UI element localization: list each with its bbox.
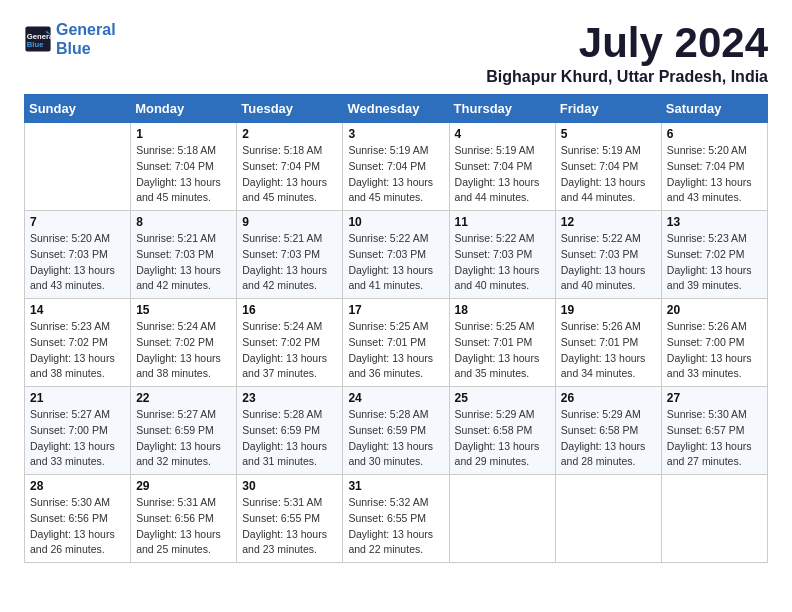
- day-info: Sunrise: 5:25 AM Sunset: 7:01 PM Dayligh…: [455, 319, 550, 382]
- calendar-cell: [25, 123, 131, 211]
- calendar-cell: 2Sunrise: 5:18 AM Sunset: 7:04 PM Daylig…: [237, 123, 343, 211]
- calendar-cell: 18Sunrise: 5:25 AM Sunset: 7:01 PM Dayli…: [449, 299, 555, 387]
- day-info: Sunrise: 5:22 AM Sunset: 7:03 PM Dayligh…: [561, 231, 656, 294]
- day-info: Sunrise: 5:27 AM Sunset: 6:59 PM Dayligh…: [136, 407, 231, 470]
- calendar-cell: 31Sunrise: 5:32 AM Sunset: 6:55 PM Dayli…: [343, 475, 449, 563]
- calendar-cell: 23Sunrise: 5:28 AM Sunset: 6:59 PM Dayli…: [237, 387, 343, 475]
- day-number: 4: [455, 127, 550, 141]
- day-number: 3: [348, 127, 443, 141]
- calendar-week-row: 21Sunrise: 5:27 AM Sunset: 7:00 PM Dayli…: [25, 387, 768, 475]
- day-number: 16: [242, 303, 337, 317]
- calendar-cell: 30Sunrise: 5:31 AM Sunset: 6:55 PM Dayli…: [237, 475, 343, 563]
- day-number: 11: [455, 215, 550, 229]
- calendar-cell: 13Sunrise: 5:23 AM Sunset: 7:02 PM Dayli…: [661, 211, 767, 299]
- day-number: 20: [667, 303, 762, 317]
- day-info: Sunrise: 5:28 AM Sunset: 6:59 PM Dayligh…: [242, 407, 337, 470]
- day-info: Sunrise: 5:29 AM Sunset: 6:58 PM Dayligh…: [455, 407, 550, 470]
- day-number: 19: [561, 303, 656, 317]
- day-number: 23: [242, 391, 337, 405]
- calendar-cell: 21Sunrise: 5:27 AM Sunset: 7:00 PM Dayli…: [25, 387, 131, 475]
- day-number: 22: [136, 391, 231, 405]
- day-info: Sunrise: 5:31 AM Sunset: 6:55 PM Dayligh…: [242, 495, 337, 558]
- calendar-cell: [661, 475, 767, 563]
- logo-text: General Blue: [56, 20, 116, 58]
- day-info: Sunrise: 5:20 AM Sunset: 7:04 PM Dayligh…: [667, 143, 762, 206]
- calendar-cell: [555, 475, 661, 563]
- calendar-cell: 26Sunrise: 5:29 AM Sunset: 6:58 PM Dayli…: [555, 387, 661, 475]
- calendar-header-row: SundayMondayTuesdayWednesdayThursdayFrid…: [25, 95, 768, 123]
- calendar-week-row: 14Sunrise: 5:23 AM Sunset: 7:02 PM Dayli…: [25, 299, 768, 387]
- calendar-cell: 29Sunrise: 5:31 AM Sunset: 6:56 PM Dayli…: [131, 475, 237, 563]
- month-title: July 2024: [486, 20, 768, 66]
- day-number: 28: [30, 479, 125, 493]
- day-number: 8: [136, 215, 231, 229]
- header-cell-monday: Monday: [131, 95, 237, 123]
- day-info: Sunrise: 5:21 AM Sunset: 7:03 PM Dayligh…: [242, 231, 337, 294]
- day-number: 30: [242, 479, 337, 493]
- calendar-cell: 22Sunrise: 5:27 AM Sunset: 6:59 PM Dayli…: [131, 387, 237, 475]
- day-number: 25: [455, 391, 550, 405]
- calendar-cell: 12Sunrise: 5:22 AM Sunset: 7:03 PM Dayli…: [555, 211, 661, 299]
- calendar-cell: 9Sunrise: 5:21 AM Sunset: 7:03 PM Daylig…: [237, 211, 343, 299]
- day-number: 10: [348, 215, 443, 229]
- calendar-cell: 28Sunrise: 5:30 AM Sunset: 6:56 PM Dayli…: [25, 475, 131, 563]
- calendar-cell: 15Sunrise: 5:24 AM Sunset: 7:02 PM Dayli…: [131, 299, 237, 387]
- calendar-cell: 27Sunrise: 5:30 AM Sunset: 6:57 PM Dayli…: [661, 387, 767, 475]
- day-number: 12: [561, 215, 656, 229]
- day-info: Sunrise: 5:26 AM Sunset: 7:01 PM Dayligh…: [561, 319, 656, 382]
- day-info: Sunrise: 5:19 AM Sunset: 7:04 PM Dayligh…: [561, 143, 656, 206]
- header-cell-tuesday: Tuesday: [237, 95, 343, 123]
- day-number: 27: [667, 391, 762, 405]
- calendar-cell: 19Sunrise: 5:26 AM Sunset: 7:01 PM Dayli…: [555, 299, 661, 387]
- calendar-cell: 20Sunrise: 5:26 AM Sunset: 7:00 PM Dayli…: [661, 299, 767, 387]
- header: General Blue General Blue July 2024 Bigh…: [24, 20, 768, 86]
- day-info: Sunrise: 5:24 AM Sunset: 7:02 PM Dayligh…: [136, 319, 231, 382]
- calendar-cell: 3Sunrise: 5:19 AM Sunset: 7:04 PM Daylig…: [343, 123, 449, 211]
- day-number: 26: [561, 391, 656, 405]
- calendar-cell: 6Sunrise: 5:20 AM Sunset: 7:04 PM Daylig…: [661, 123, 767, 211]
- day-info: Sunrise: 5:27 AM Sunset: 7:00 PM Dayligh…: [30, 407, 125, 470]
- calendar-table: SundayMondayTuesdayWednesdayThursdayFrid…: [24, 94, 768, 563]
- day-info: Sunrise: 5:29 AM Sunset: 6:58 PM Dayligh…: [561, 407, 656, 470]
- day-info: Sunrise: 5:18 AM Sunset: 7:04 PM Dayligh…: [242, 143, 337, 206]
- day-info: Sunrise: 5:19 AM Sunset: 7:04 PM Dayligh…: [348, 143, 443, 206]
- calendar-cell: 17Sunrise: 5:25 AM Sunset: 7:01 PM Dayli…: [343, 299, 449, 387]
- logo: General Blue General Blue: [24, 20, 116, 58]
- day-info: Sunrise: 5:31 AM Sunset: 6:56 PM Dayligh…: [136, 495, 231, 558]
- calendar-cell: 7Sunrise: 5:20 AM Sunset: 7:03 PM Daylig…: [25, 211, 131, 299]
- calendar-cell: 4Sunrise: 5:19 AM Sunset: 7:04 PM Daylig…: [449, 123, 555, 211]
- day-number: 5: [561, 127, 656, 141]
- day-info: Sunrise: 5:23 AM Sunset: 7:02 PM Dayligh…: [667, 231, 762, 294]
- calendar-cell: 8Sunrise: 5:21 AM Sunset: 7:03 PM Daylig…: [131, 211, 237, 299]
- title-area: July 2024 Bighapur Khurd, Uttar Pradesh,…: [486, 20, 768, 86]
- day-number: 13: [667, 215, 762, 229]
- calendar-cell: 24Sunrise: 5:28 AM Sunset: 6:59 PM Dayli…: [343, 387, 449, 475]
- calendar-week-row: 28Sunrise: 5:30 AM Sunset: 6:56 PM Dayli…: [25, 475, 768, 563]
- calendar-cell: 10Sunrise: 5:22 AM Sunset: 7:03 PM Dayli…: [343, 211, 449, 299]
- day-info: Sunrise: 5:18 AM Sunset: 7:04 PM Dayligh…: [136, 143, 231, 206]
- day-info: Sunrise: 5:24 AM Sunset: 7:02 PM Dayligh…: [242, 319, 337, 382]
- day-number: 6: [667, 127, 762, 141]
- day-info: Sunrise: 5:32 AM Sunset: 6:55 PM Dayligh…: [348, 495, 443, 558]
- day-number: 14: [30, 303, 125, 317]
- day-info: Sunrise: 5:25 AM Sunset: 7:01 PM Dayligh…: [348, 319, 443, 382]
- header-cell-thursday: Thursday: [449, 95, 555, 123]
- calendar-cell: [449, 475, 555, 563]
- day-number: 9: [242, 215, 337, 229]
- day-number: 31: [348, 479, 443, 493]
- day-number: 24: [348, 391, 443, 405]
- day-number: 17: [348, 303, 443, 317]
- calendar-cell: 11Sunrise: 5:22 AM Sunset: 7:03 PM Dayli…: [449, 211, 555, 299]
- logo-icon: General Blue: [24, 25, 52, 53]
- day-number: 21: [30, 391, 125, 405]
- day-number: 15: [136, 303, 231, 317]
- header-cell-friday: Friday: [555, 95, 661, 123]
- day-info: Sunrise: 5:21 AM Sunset: 7:03 PM Dayligh…: [136, 231, 231, 294]
- day-info: Sunrise: 5:30 AM Sunset: 6:57 PM Dayligh…: [667, 407, 762, 470]
- day-number: 2: [242, 127, 337, 141]
- day-info: Sunrise: 5:20 AM Sunset: 7:03 PM Dayligh…: [30, 231, 125, 294]
- day-info: Sunrise: 5:19 AM Sunset: 7:04 PM Dayligh…: [455, 143, 550, 206]
- header-cell-wednesday: Wednesday: [343, 95, 449, 123]
- calendar-cell: 1Sunrise: 5:18 AM Sunset: 7:04 PM Daylig…: [131, 123, 237, 211]
- header-cell-sunday: Sunday: [25, 95, 131, 123]
